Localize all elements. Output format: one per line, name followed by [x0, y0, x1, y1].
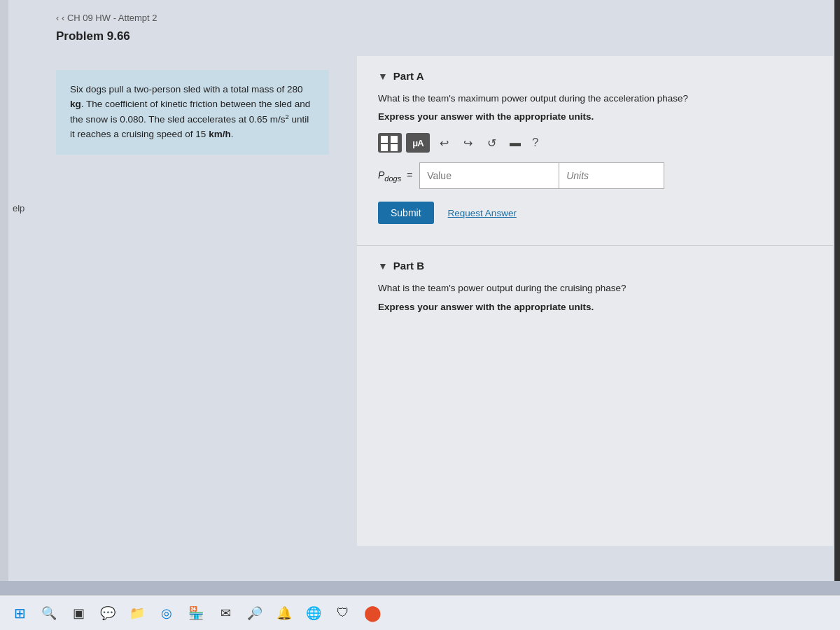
store-button[interactable]: 🏪 [183, 601, 209, 626]
teams-button[interactable]: 💬 [95, 601, 120, 626]
help-text: elp [13, 203, 24, 214]
mail-button[interactable]: ✉ [213, 601, 238, 626]
windows-start-button[interactable]: ⊞ [7, 601, 32, 626]
notification-button[interactable]: 🔔 [272, 601, 297, 626]
request-answer-link[interactable]: Request Answer [448, 208, 517, 218]
back-nav-label: ‹ CH 09 HW - Attempt 2 [62, 13, 158, 23]
p-dogs-label: Pdogs = [378, 169, 412, 183]
part-a-toolbar: μA ↩ ↪ ↺ ▬ ? [378, 133, 812, 153]
part-a-label: Part A [393, 70, 424, 82]
value-input[interactable] [419, 162, 559, 189]
undo-icon: ↩ [440, 136, 449, 150]
problem-description: Six dogs pull a two-person sled with a t… [56, 70, 329, 155]
refresh-button[interactable]: ↺ [482, 133, 501, 153]
part-a-instruction: Express your answer with the appropriate… [378, 111, 812, 122]
problem-text: Six dogs pull a two-person sled with a t… [70, 84, 310, 139]
keyboard-icon: ▬ [510, 136, 521, 149]
shield-button[interactable]: 🛡 [330, 601, 356, 626]
search-taskbar-button[interactable]: 🔍 [36, 601, 62, 626]
part-a-header: ▼ Part A [378, 70, 812, 82]
dogs-subscript: dogs [384, 174, 401, 183]
part-b-header: ▼ Part B [378, 260, 812, 272]
units-input[interactable] [559, 162, 664, 189]
right-edge [834, 0, 840, 581]
redo-button[interactable]: ↪ [458, 133, 477, 153]
chrome-button[interactable]: ⬤ [360, 601, 385, 626]
left-sidebar [0, 0, 8, 581]
right-panel: ▼ Part A What is the team's maximum powe… [357, 56, 833, 546]
back-nav[interactable]: ‹ ‹ CH 09 HW - Attempt 2 [56, 13, 158, 23]
part-b-section: ▼ Part B What is the team's power output… [357, 246, 833, 337]
part-a-section: ▼ Part A What is the team's maximum powe… [357, 56, 833, 246]
part-a-arrow-icon: ▼ [378, 71, 388, 82]
part-b-question: What is the team's power output during t… [378, 281, 812, 295]
keyboard-button[interactable]: ▬ [505, 133, 525, 153]
part-a-answer-row: Pdogs = [378, 162, 812, 189]
taskbar: ⊞ 🔍 ▣ 💬 📁 ◎ 🏪 ✉ 🔎 🔔 🌐 🛡 ⬤ [0, 595, 840, 630]
task-view-button[interactable]: ▣ [66, 601, 91, 626]
back-arrow-icon: ‹ [56, 13, 59, 23]
redo-icon: ↪ [463, 136, 472, 150]
search2-button[interactable]: 🔎 [242, 601, 267, 626]
grid-icon-button[interactable] [378, 133, 402, 153]
help-question-icon: ? [532, 136, 538, 150]
refresh-icon: ↺ [487, 136, 496, 150]
part-b-label: Part B [393, 260, 424, 272]
part-b-instruction: Express your answer with the appropriate… [378, 302, 812, 312]
mu-button[interactable]: μA [406, 133, 430, 153]
part-a-question: What is the team's maximum power output … [378, 92, 812, 106]
main-area: ‹ ‹ CH 09 HW - Attempt 2 Problem 9.66 el… [0, 0, 840, 581]
part-a-submit-row: Submit Request Answer [378, 202, 812, 224]
submit-label: Submit [391, 207, 421, 218]
undo-button[interactable]: ↩ [434, 133, 454, 153]
mu-label: μA [412, 138, 423, 148]
part-b-arrow-icon: ▼ [378, 260, 388, 272]
edge-button[interactable]: ◎ [154, 601, 179, 626]
submit-button[interactable]: Submit [378, 202, 434, 224]
file-manager-button[interactable]: 📁 [125, 601, 150, 626]
problem-title: Problem 9.66 [56, 29, 130, 43]
browser-button[interactable]: 🌐 [301, 601, 326, 626]
